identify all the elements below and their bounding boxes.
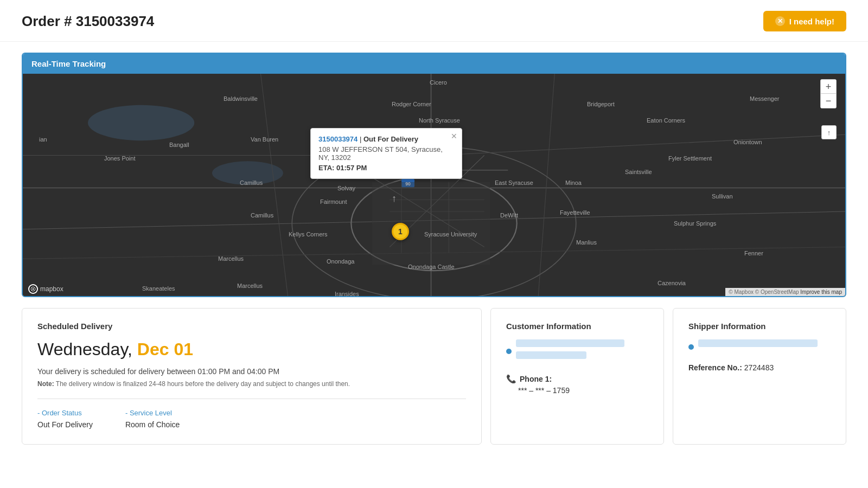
map-compass-button[interactable]: ↑ [821,125,837,139]
popup-address: 108 W JEFFERSON ST 504, Syracuse, NY, 13… [318,145,454,162]
svg-point-2 [212,161,283,185]
shipper-reference-label: Reference No.: [688,363,742,372]
popup-eta-value: 01:57 PM [336,164,367,172]
svg-rect-22 [372,182,490,265]
map-section: Real-Time Tracking [22,53,846,297]
service-level-col: Service Level Room of Choice [125,409,180,429]
popup-separator: | [360,135,363,143]
phone-icon: 📞 [506,374,516,384]
shipper-reference-row: Reference No.: 2724483 [688,363,831,372]
map-container[interactable]: 90 CiceroBridgeportRodger CornerBaldwins… [23,74,845,296]
delivery-month-day: Dec 01 [137,339,193,359]
svg-point-1 [88,105,194,140]
order-status-col: Order Status Out For Delivery [37,409,93,429]
attribution-text: © Mapbox © OpenStreetMap [729,289,799,295]
shipper-reference-value: 2724483 [744,363,774,372]
delivery-window-text: Your delivery is scheduled for delivery … [37,367,466,376]
map-cursor-arrow: ↑ [392,193,397,204]
map-title: Real-Time Tracking [31,59,106,68]
mapbox-logo-icon [28,284,38,294]
map-delivery-pin[interactable]: 1 [392,223,409,240]
improve-map-link[interactable]: Improve this map [800,289,842,295]
order-status-label: Order Status [37,409,93,417]
order-status-value: Out For Delivery [37,420,93,429]
popup-close-icon[interactable]: ✕ [451,132,457,140]
delivery-note: Note: The delivery window is finalized 2… [37,380,466,388]
customer-name-row [506,339,648,363]
map-background: 90 [23,74,845,296]
customer-phone-label: Phone 1: [520,375,552,383]
popup-eta-label: ETA: [318,164,334,172]
info-row: Scheduled Delivery Wednesday, Dec 01 You… [22,308,846,445]
zoom-in-button[interactable]: + [821,80,836,94]
shipper-card: Shipper Information Reference No.: 27244… [673,308,846,445]
shipper-dot-icon [688,344,694,350]
help-icon: ✕ [775,16,785,26]
popup-order-id: 3150033974 [318,135,358,143]
delivery-section-title: Scheduled Delivery [37,322,466,331]
delivery-date: Wednesday, Dec 01 [37,339,466,359]
help-button-label: I need help! [789,17,834,26]
popup-eta: ETA: 01:57 PM [318,164,454,172]
delivery-note-text: The delivery window is finalized 24-48 h… [56,380,350,388]
help-button[interactable]: ✕ I need help! [763,11,846,31]
shipper-name-row [688,339,831,355]
customer-phone-row: 📞 Phone 1: [506,374,648,384]
customer-name-blur-1 [516,339,624,347]
shipper-name-blurred [698,339,818,347]
zoom-out-button[interactable]: − [821,94,836,108]
service-level-label: Service Level [125,409,180,417]
delivery-info-columns: Order Status Out For Delivery Service Le… [37,409,466,429]
customer-section-title: Customer Information [506,322,648,331]
pin-number: 1 [392,223,409,240]
customer-name-blurred [516,339,624,363]
customer-phone-value: *** – *** – 1759 [518,386,648,395]
customer-card: Customer Information 📞 Phone 1: *** – **… [490,308,664,445]
shipper-section-title: Shipper Information [688,322,831,331]
svg-point-25 [33,288,34,290]
delivery-day: Wednesday, [37,339,132,359]
delivery-note-label: Note: [37,380,54,388]
map-attribution: © Mapbox © OpenStreetMap Improve this ma… [725,288,845,296]
order-title: Order # 3150033974 [22,13,154,30]
customer-dot-icon [506,349,512,354]
page-header: Order # 3150033974 ✕ I need help! [0,0,868,42]
service-level-value: Room of Choice [125,420,180,429]
map-header: Real-Time Tracking [23,54,845,74]
mapbox-label: mapbox [40,285,63,293]
delivery-card: Scheduled Delivery Wednesday, Dec 01 You… [22,308,482,445]
mapbox-logo: mapbox [28,284,63,294]
customer-name-blur-2 [516,351,586,359]
popup-status: Out For Delivery [363,135,418,143]
popup-order-line: 3150033974 | Out For Delivery [318,135,454,143]
map-zoom-controls: + − [820,79,837,108]
map-popup: ✕ 3150033974 | Out For Delivery 108 W JE… [310,128,462,179]
delivery-divider [37,399,466,399]
